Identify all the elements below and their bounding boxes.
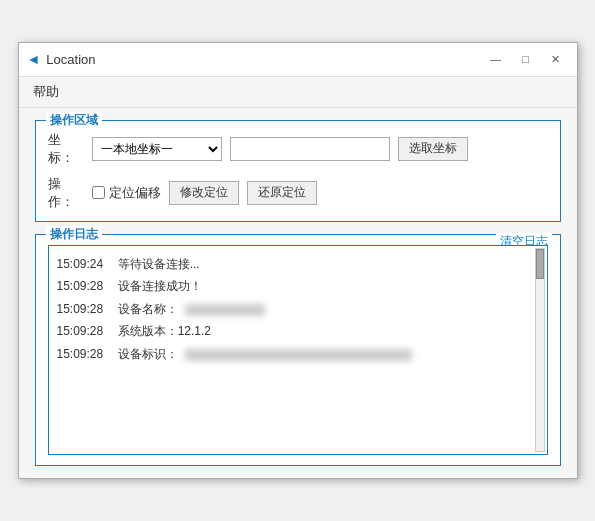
app-icon: ◄ xyxy=(27,51,41,67)
select-coordinate-button[interactable]: 选取坐标 xyxy=(398,137,468,161)
log-line: 15:09:28 设备名称： xyxy=(57,299,539,322)
menu-item-help[interactable]: 帮助 xyxy=(27,81,65,103)
operation-label: 操作： xyxy=(48,175,84,211)
operation-section-label: 操作区域 xyxy=(46,112,102,129)
window-controls: — □ ✕ xyxy=(483,48,569,70)
log-line: 15:09:28 设备连接成功！ xyxy=(57,276,539,299)
restore-location-button[interactable]: 还原定位 xyxy=(247,181,317,205)
log-text-2: 设备名称： xyxy=(118,302,178,316)
log-text-0: 等待设备连接... xyxy=(118,257,200,271)
close-button[interactable]: ✕ xyxy=(543,48,569,70)
log-area[interactable]: 15:09:24 等待设备连接... 15:09:28 设备连接成功！ 15:0… xyxy=(48,245,548,456)
minimize-button[interactable]: — xyxy=(483,48,509,70)
log-time-1: 15:09:28 xyxy=(57,279,104,293)
log-text-4: 设备标识： xyxy=(118,347,178,361)
log-blurred-device-name xyxy=(185,304,265,316)
log-text-1: 设备连接成功！ xyxy=(118,279,202,293)
offset-checkbox-label[interactable]: 定位偏移 xyxy=(109,184,161,202)
log-line: 15:09:28 系统版本：12.1.2 xyxy=(57,321,539,344)
offset-checkbox-wrap: 定位偏移 xyxy=(92,184,161,202)
maximize-button[interactable]: □ xyxy=(513,48,539,70)
log-scrollbar[interactable] xyxy=(535,248,545,453)
content-area: 操作区域 坐标： 一本地坐标一 选取坐标 操作： 定位偏移 修改定位 还原定位 xyxy=(19,108,577,479)
log-section-label: 操作日志 xyxy=(46,226,102,243)
log-empty-space xyxy=(57,366,539,446)
menu-bar: 帮助 xyxy=(19,77,577,108)
log-time-3: 15:09:28 xyxy=(57,324,104,338)
log-blurred-device-id xyxy=(185,349,412,361)
coordinate-select[interactable]: 一本地坐标一 xyxy=(92,137,222,161)
log-line: 15:09:24 等待设备连接... xyxy=(57,254,539,277)
log-section: 操作日志 清空日志 15:09:24 等待设备连接... 15:09:28 设备… xyxy=(35,234,561,467)
operation-row: 操作： 定位偏移 修改定位 还原定位 xyxy=(48,175,548,211)
log-time-4: 15:09:28 xyxy=(57,347,104,361)
log-scrollbar-thumb[interactable] xyxy=(536,249,544,279)
coordinate-input[interactable] xyxy=(230,137,390,161)
title-bar: ◄ Location — □ ✕ xyxy=(19,43,577,77)
coordinate-row: 坐标： 一本地坐标一 选取坐标 xyxy=(48,131,548,167)
operation-section: 操作区域 坐标： 一本地坐标一 选取坐标 操作： 定位偏移 修改定位 还原定位 xyxy=(35,120,561,222)
title-left: ◄ Location xyxy=(27,51,96,67)
offset-checkbox[interactable] xyxy=(92,186,105,199)
window-title: Location xyxy=(46,52,95,67)
modify-location-button[interactable]: 修改定位 xyxy=(169,181,239,205)
coordinate-label: 坐标： xyxy=(48,131,84,167)
log-line: 15:09:28 设备标识： xyxy=(57,344,539,367)
log-time-0: 15:09:24 xyxy=(57,257,104,271)
log-text-3: 系统版本：12.1.2 xyxy=(118,324,211,338)
main-window: ◄ Location — □ ✕ 帮助 操作区域 坐标： 一本地坐标一 选取坐标 xyxy=(18,42,578,480)
log-time-2: 15:09:28 xyxy=(57,302,104,316)
